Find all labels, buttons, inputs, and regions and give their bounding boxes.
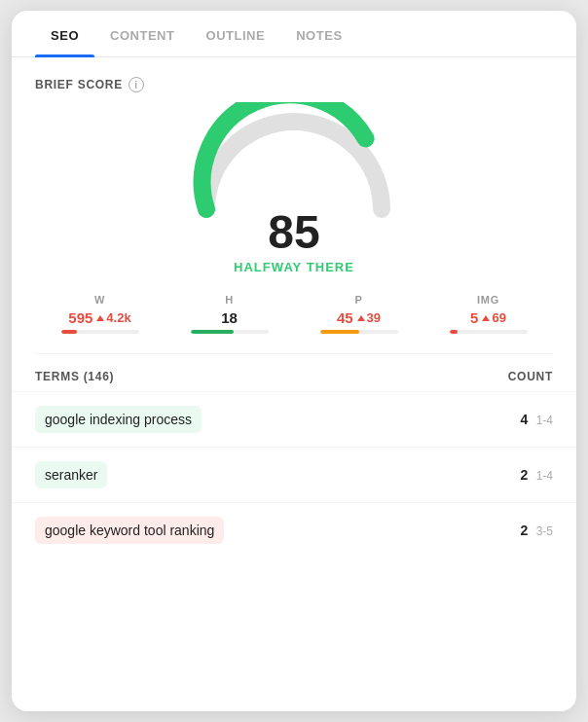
count-label: COUNT: [508, 370, 553, 383]
term-count-1: 2 1-4: [520, 466, 553, 484]
term-count-val-1: 2: [520, 467, 528, 483]
tab-seo[interactable]: SEO: [35, 11, 94, 56]
metrics-row: W 595 4.2k H 18 P 45: [12, 274, 576, 342]
metric-h-current: 18: [221, 309, 238, 326]
metric-h-label: H: [225, 294, 234, 306]
term-text-wrapper-0: google indexing process: [35, 406, 202, 433]
metric-img-target: 69: [482, 310, 505, 325]
terms-header: TERMS (146) COUNT: [12, 354, 576, 391]
metric-w-values: 595 4.2k: [68, 309, 130, 326]
term-row-0[interactable]: google indexing process 4 1-4: [12, 391, 576, 447]
metric-w-fill: [61, 330, 77, 334]
term-count-val-2: 2: [520, 523, 528, 538]
metric-p-values: 45 39: [337, 309, 381, 326]
term-range-2: 3-5: [536, 524, 553, 538]
metric-h-values: 18: [221, 309, 238, 326]
term-count-val-0: 4: [520, 412, 528, 427]
arrow-up-icon: [96, 315, 104, 321]
term-range-0: 1-4: [536, 414, 553, 427]
metric-p-target: 39: [357, 310, 381, 325]
metric-p-label: P: [355, 294, 363, 306]
term-text-wrapper-1: seranker: [35, 461, 107, 488]
brief-score-section: BRIEF SCORE i 85 HALFWAY THERE: [12, 57, 576, 274]
gauge-container: 85 HALFWAY THERE: [35, 92, 553, 274]
term-row-2[interactable]: google keyword tool ranking 2 3-5: [12, 502, 576, 558]
metric-img-bar: [450, 330, 528, 334]
metric-p: P 45 39: [320, 294, 398, 334]
term-range-1: 1-4: [536, 469, 553, 483]
metric-w: W 595 4.2k: [61, 294, 139, 334]
metric-img-values: 5 69: [470, 309, 506, 326]
term-row-1[interactable]: seranker 2 1-4: [12, 447, 576, 502]
metric-w-current: 595: [68, 309, 92, 326]
term-highlight-0: google indexing process: [35, 406, 202, 433]
term-count-2: 2 3-5: [520, 522, 553, 539]
metric-w-bar: [61, 330, 139, 334]
gauge-svg: [187, 102, 401, 219]
metric-p-fill: [320, 330, 359, 334]
metric-p-bar: [320, 330, 398, 334]
term-text-wrapper-2: google keyword tool ranking: [35, 517, 224, 544]
arrow-up-p-icon: [357, 315, 365, 321]
metric-img-label: IMG: [477, 294, 499, 306]
info-icon[interactable]: i: [129, 77, 144, 92]
gauge-status: HALFWAY THERE: [234, 260, 354, 274]
tab-notes[interactable]: NOTES: [280, 11, 357, 56]
metric-w-label: W: [94, 294, 105, 306]
tab-content[interactable]: CONTENT: [94, 11, 190, 56]
metric-p-current: 45: [337, 309, 353, 326]
metric-w-target: 4.2k: [96, 310, 130, 325]
metric-img-fill: [450, 330, 458, 334]
gauge-score: 85: [268, 209, 319, 256]
metric-img: IMG 5 69: [450, 294, 528, 334]
metric-h: H 18: [191, 294, 269, 334]
metric-h-fill: [191, 330, 234, 334]
metric-h-bar: [191, 330, 269, 334]
arrow-up-img-icon: [482, 315, 490, 321]
tab-outline[interactable]: OUTLINE: [191, 11, 281, 56]
term-highlight-1: seranker: [35, 461, 107, 488]
terms-title: TERMS (146): [35, 370, 114, 383]
term-count-0: 4 1-4: [520, 411, 553, 428]
metric-img-current: 5: [470, 309, 478, 326]
term-highlight-2: google keyword tool ranking: [35, 517, 224, 544]
brief-score-label: BRIEF SCORE i: [35, 77, 553, 92]
main-card: SEO CONTENT OUTLINE NOTES BRIEF SCORE i …: [12, 11, 576, 711]
tab-bar: SEO CONTENT OUTLINE NOTES: [12, 11, 576, 57]
